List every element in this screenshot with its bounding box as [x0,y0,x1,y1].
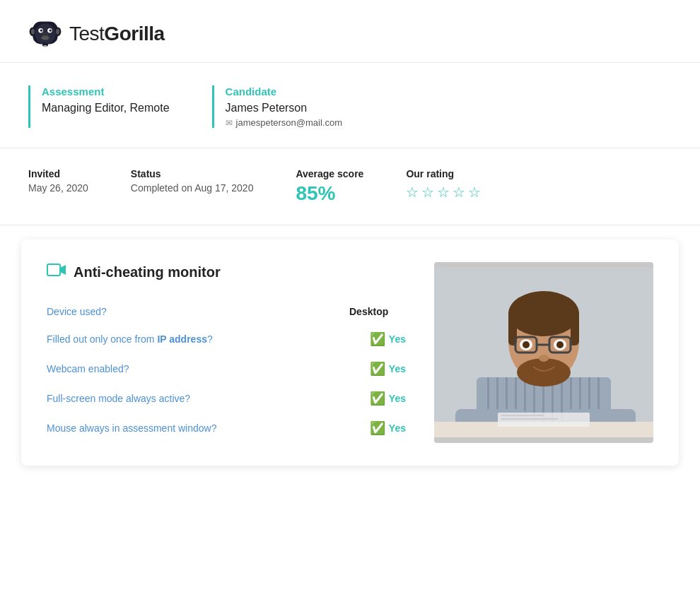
monitor-row-mouse: Mouse always in assessment window? ✅ Yes [47,413,406,443]
question-webcam: Webcam enabled? [47,363,370,374]
question-fullscreen: Full-screen mode always active? [47,393,370,404]
star-5[interactable]: ☆ [468,184,481,201]
check-icon-webcam: ✅ [370,361,385,377]
invited-label: Invited [28,168,88,179]
info-section: Assessment Managing Editor, Remote Candi… [0,63,700,148]
assessment-label: Assessment [42,85,170,97]
check-icon-ip: ✅ [370,331,385,347]
anti-cheating-left: Anti-cheating monitor Device used? Deskt… [47,262,406,443]
svg-point-47 [523,341,530,348]
header: TestGorilla [0,0,700,63]
svg-rect-55 [501,418,558,420]
answer-fullscreen: ✅ Yes [370,391,406,406]
rating-block: Our rating ☆ ☆ ☆ ☆ ☆ [406,168,481,201]
star-2[interactable]: ☆ [421,184,434,201]
svg-point-13 [41,35,49,40]
status-value: Completed on Aug 17, 2020 [131,182,254,194]
rating-label: Our rating [406,168,481,179]
invited-block: Invited May 26, 2020 [28,168,88,194]
svg-point-11 [43,34,45,35]
status-label: Status [131,168,254,179]
candidate-name: James Peterson [226,102,342,114]
monitor-row-fullscreen: Full-screen mode always active? ✅ Yes [47,384,406,413]
status-block: Status Completed on Aug 17, 2020 [131,168,254,194]
candidate-email: jamespeterson@mail.com [236,117,342,128]
check-icon-fullscreen: ✅ [370,391,385,406]
monitor-row-ip: Filled out only once from IP address? ✅ … [47,324,406,354]
svg-rect-54 [501,415,544,416]
assessment-block: Assessment Managing Editor, Remote [28,85,170,128]
svg-point-39 [517,358,571,386]
answer-device: Desktop [349,306,406,317]
answer-mouse: ✅ Yes [370,420,406,436]
video-camera-icon [47,262,66,282]
candidate-block: Candidate James Peterson ✉ jamespeterson… [212,85,342,128]
candidate-photo [434,262,653,443]
svg-point-48 [556,341,564,348]
assessment-title: Managing Editor, Remote [42,102,170,114]
star-rating[interactable]: ☆ ☆ ☆ ☆ ☆ [406,184,481,201]
svg-rect-15 [44,45,47,47]
question-ip: Filled out only once from IP address? [47,333,370,345]
email-icon: ✉ [226,118,233,128]
answer-ip: ✅ Yes [370,331,406,347]
candidate-photo-image [434,268,653,437]
answer-webcam: ✅ Yes [370,361,406,377]
svg-rect-16 [47,264,60,276]
star-1[interactable]: ☆ [406,184,419,201]
star-3[interactable]: ☆ [437,184,450,201]
svg-point-3 [31,29,35,35]
score-block: Average score 85% [296,168,363,205]
gorilla-icon [28,17,62,51]
question-mouse: Mouse always in assessment window? [47,422,370,434]
logo-text: TestGorilla [69,23,165,45]
svg-marker-17 [60,265,66,275]
star-4[interactable]: ☆ [453,184,465,201]
candidate-email-row: ✉ jamespeterson@mail.com [226,117,342,128]
anti-cheating-section: Anti-cheating monitor Device used? Deskt… [21,240,679,466]
check-icon-mouse: ✅ [370,420,385,436]
score-label: Average score [296,168,363,179]
svg-point-8 [40,30,42,32]
anti-cheating-title-row: Anti-cheating monitor [47,262,406,282]
monitor-row-device: Device used? Desktop [47,299,406,324]
svg-point-12 [45,34,47,35]
svg-point-4 [56,29,59,35]
svg-rect-36 [508,314,579,328]
monitor-row-webcam: Webcam enabled? ✅ Yes [47,354,406,384]
svg-point-49 [539,355,549,362]
question-device: Device used? [47,306,349,317]
score-value: 85% [296,182,363,205]
logo: TestGorilla [28,17,165,51]
svg-point-9 [49,30,52,32]
candidate-label: Candidate [226,85,342,97]
anti-cheating-title-text: Anti-cheating monitor [74,264,221,280]
invited-value: May 26, 2020 [28,182,88,194]
svg-rect-38 [571,310,579,345]
stats-section: Invited May 26, 2020 Status Completed on… [0,148,700,225]
